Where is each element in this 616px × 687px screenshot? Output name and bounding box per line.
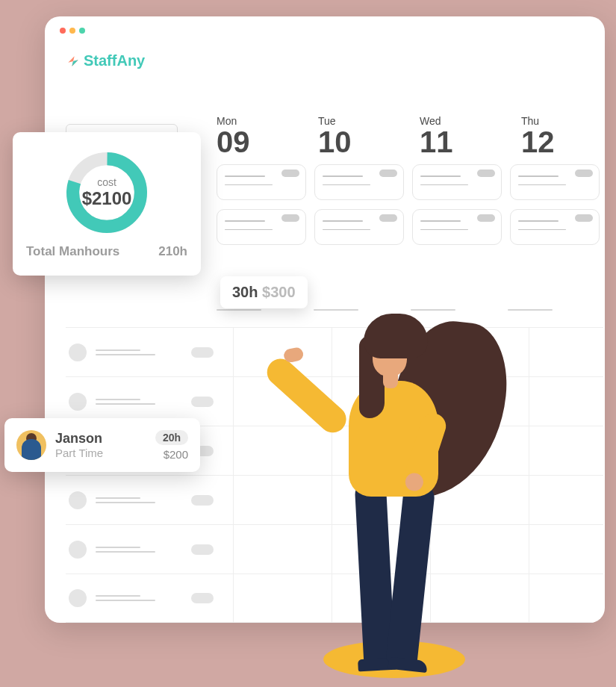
staff-detail-card[interactable]: Janson Part Time 20h $200: [4, 418, 200, 472]
table-row[interactable]: [66, 524, 603, 573]
avatar-icon: [69, 491, 87, 509]
manhours-value: 210h: [158, 244, 187, 259]
day-number: 11: [420, 127, 502, 157]
cost-donut-chart: cost $2100: [25, 144, 189, 241]
day-column[interactable]: Thu 12: [521, 115, 603, 157]
staff-table: [66, 327, 603, 623]
day-number: 09: [217, 127, 299, 157]
cost-label: cost: [82, 176, 132, 188]
shift-card[interactable]: [314, 164, 404, 200]
day-column[interactable]: Tue 10: [318, 115, 400, 157]
app-window: StaffAny Mon 09 Tue 10 Wed 11 Thu 12: [45, 16, 605, 623]
shift-card[interactable]: [217, 209, 306, 245]
shift-card[interactable]: [510, 209, 600, 245]
avatar-icon: [69, 541, 87, 559]
staff-hours-badge: 20h: [155, 430, 188, 445]
close-dot-icon[interactable]: [60, 28, 66, 34]
shift-card[interactable]: [217, 164, 306, 200]
table-row[interactable]: [66, 573, 603, 623]
avatar-icon: [69, 344, 87, 361]
cost-summary-card: cost $2100 Total Manhours 210h: [13, 132, 201, 276]
day-number: 10: [318, 127, 400, 157]
staff-name: Janson: [55, 431, 103, 447]
day-column[interactable]: Wed 11: [420, 115, 502, 157]
table-row[interactable]: [66, 475, 603, 524]
window-controls: [60, 28, 85, 34]
tooltip-hours: 30h: [232, 284, 258, 300]
tooltip-amount: $300: [262, 284, 296, 300]
brand-logo: StaffAny: [66, 52, 145, 69]
cost-value: $2100: [82, 188, 132, 209]
avatar: [16, 430, 46, 460]
brand-name: StaffAny: [84, 52, 145, 69]
shift-card[interactable]: [510, 164, 600, 200]
minimize-dot-icon[interactable]: [69, 28, 75, 34]
shift-card[interactable]: [412, 164, 502, 200]
shift-card[interactable]: [412, 209, 502, 245]
table-header: [217, 309, 553, 311]
avatar-icon: [69, 589, 87, 607]
hours-tooltip: 30h $300: [220, 276, 308, 308]
manhours-label: Total Manhours: [26, 244, 119, 259]
shift-card[interactable]: [314, 209, 404, 245]
avatar-icon: [69, 393, 87, 411]
staff-role: Part Time: [55, 447, 103, 459]
staff-cost: $200: [155, 448, 188, 461]
day-column[interactable]: Mon 09: [217, 115, 299, 157]
table-row[interactable]: [66, 327, 603, 376]
shift-grid: [217, 164, 600, 245]
day-number: 12: [521, 127, 603, 157]
maximize-dot-icon[interactable]: [79, 28, 85, 34]
brand-icon: [66, 54, 81, 69]
calendar-header: Mon 09 Tue 10 Wed 11 Thu 12: [217, 115, 603, 157]
